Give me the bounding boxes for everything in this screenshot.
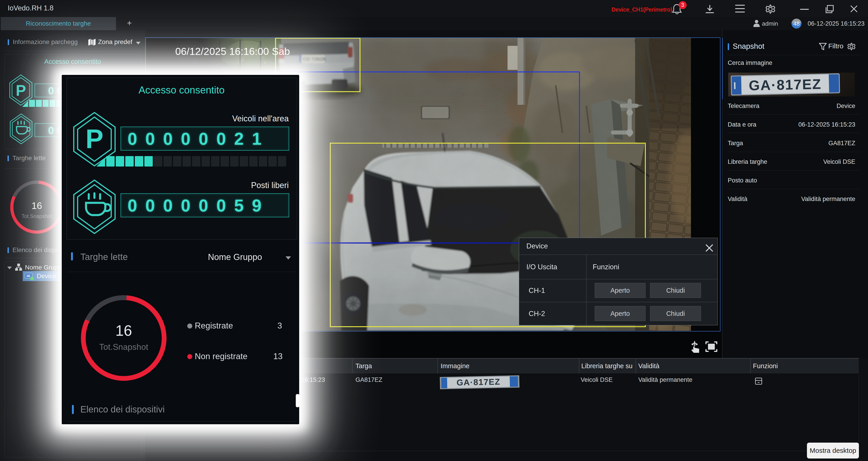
svg-text:P: P — [86, 124, 103, 154]
svg-text:P: P — [16, 82, 26, 99]
svg-text:Tot.Snapshot: Tot.Snapshot — [22, 213, 52, 219]
svg-text:16: 16 — [115, 322, 132, 339]
svg-text:16: 16 — [32, 200, 42, 211]
svg-text:Tot.Snapshot: Tot.Snapshot — [99, 342, 149, 352]
svg-text:IA: IA — [27, 274, 30, 278]
